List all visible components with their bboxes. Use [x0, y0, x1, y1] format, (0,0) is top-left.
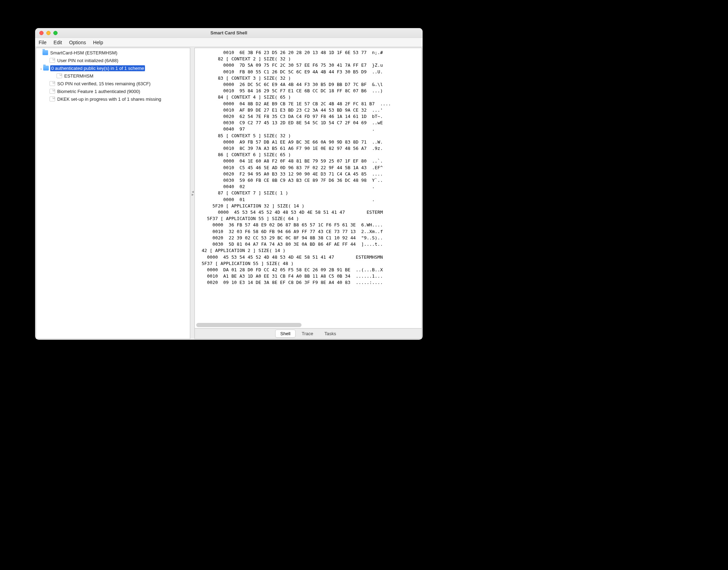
- tree-item-label: User PIN not initialized (6A88): [57, 58, 119, 64]
- tree-item-label: SmartCard-HSM (ESTERMHSM): [49, 50, 118, 56]
- tree-row[interactable]: DKEK set-up in progress with 1 of 1 shar…: [36, 95, 190, 103]
- menu-help[interactable]: Help: [93, 40, 103, 45]
- tree-item-label: Biometric Feature 1 authenticated (9000): [57, 88, 141, 94]
- output-panel: 0010 6E 3B F6 23 D5 26 20 28 20 13 48 1D…: [194, 48, 422, 329]
- tab-trace[interactable]: Trace: [296, 330, 318, 338]
- output-scroll[interactable]: 0010 6E 3B F6 23 D5 26 20 28 20 13 48 1D…: [195, 48, 422, 328]
- scroll-thumb[interactable]: [196, 323, 302, 327]
- tree-row[interactable]: ⌄0 authenticated public key(s) in 1 of 1…: [36, 64, 190, 72]
- file-icon: [57, 73, 62, 78]
- tree-item-label: DKEK set-up in progress with 1 of 1 shar…: [57, 96, 162, 102]
- bottom-tabs: Shell Trace Tasks: [194, 329, 422, 339]
- disclosure-icon: [45, 89, 49, 93]
- folder-icon: [42, 50, 48, 55]
- hex-dump-output: 0010 6E 3B F6 23 D5 26 20 28 20 13 48 1D…: [196, 49, 422, 286]
- content-area: SmartCard-HSM (ESTERMHSM)User PIN not in…: [35, 47, 423, 340]
- horizontal-scrollbar[interactable]: [196, 323, 420, 327]
- expand-right-icon: ▶: [192, 193, 194, 196]
- disclosure-icon: [52, 74, 57, 78]
- menu-file[interactable]: File: [39, 40, 47, 45]
- window-controls: [35, 31, 58, 35]
- tree-row[interactable]: SmartCard-HSM (ESTERMHSM): [36, 49, 190, 57]
- file-icon: [49, 89, 55, 94]
- tree-item-label: ESTERMHSM: [64, 73, 94, 79]
- tab-tasks[interactable]: Tasks: [319, 330, 341, 338]
- menu-options[interactable]: Options: [69, 40, 86, 45]
- tree-item-label: SO PIN not verified, 15 tries remaining …: [57, 81, 151, 87]
- tree-item-label: 0 authenticated public key(s) in 1 of 1 …: [50, 65, 145, 71]
- menu-edit[interactable]: Edit: [54, 40, 62, 45]
- window-title: Smart Card Shell: [35, 30, 423, 35]
- disclosure-icon: [45, 97, 49, 101]
- splitter[interactable]: ◀ ▶: [191, 47, 194, 340]
- titlebar[interactable]: Smart Card Shell: [35, 28, 423, 38]
- tree-row[interactable]: SO PIN not verified, 15 tries remaining …: [36, 80, 190, 87]
- tab-shell[interactable]: Shell: [275, 330, 296, 338]
- disclosure-icon[interactable]: ⌄: [39, 66, 43, 70]
- folder-icon: [43, 66, 49, 71]
- tree-panel[interactable]: SmartCard-HSM (ESTERMHSM)User PIN not in…: [36, 48, 190, 339]
- disclosure-icon: [45, 58, 49, 62]
- tree-row[interactable]: Biometric Feature 1 authenticated (9000): [36, 87, 190, 95]
- zoom-icon[interactable]: [53, 31, 58, 35]
- file-icon: [49, 97, 55, 101]
- disclosure-icon: [45, 81, 49, 86]
- app-window: Smart Card Shell File Edit Options Help …: [35, 28, 423, 340]
- right-panel: 0010 6E 3B F6 23 D5 26 20 28 20 13 48 1D…: [194, 48, 422, 339]
- menubar: File Edit Options Help: [35, 38, 423, 47]
- close-icon[interactable]: [39, 31, 44, 35]
- file-icon: [49, 81, 55, 86]
- tree-row[interactable]: User PIN not initialized (6A88): [36, 57, 190, 64]
- disclosure-icon: [38, 51, 42, 55]
- file-icon: [49, 58, 55, 63]
- minimize-icon[interactable]: [46, 31, 51, 35]
- tree-row[interactable]: ESTERMHSM: [36, 72, 190, 80]
